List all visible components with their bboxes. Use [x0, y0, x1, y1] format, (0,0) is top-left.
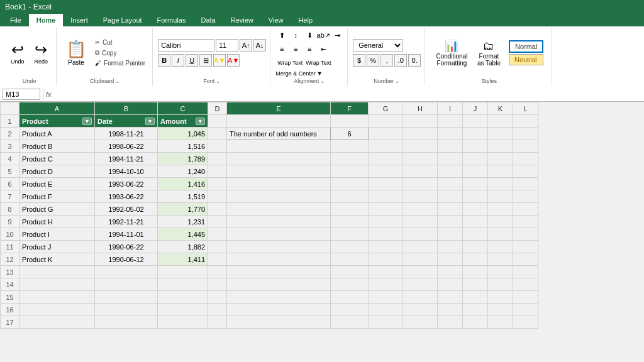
empty-cell[interactable]	[488, 165, 513, 178]
empty-cell[interactable]	[331, 241, 369, 253]
currency-btn[interactable]: $	[353, 54, 365, 67]
copy-button[interactable]: ⧉ Copy	[92, 48, 148, 58]
empty-cell[interactable]	[513, 190, 538, 203]
empty-cell[interactable]	[513, 291, 538, 304]
empty-cell[interactable]	[369, 291, 403, 304]
empty-cell[interactable]	[463, 115, 488, 128]
odd-numbers-label[interactable]: The number of odd numbers	[227, 128, 331, 140]
product-cell[interactable]: Product F	[19, 190, 95, 203]
col-header-b[interactable]: B	[95, 102, 158, 115]
empty-cell[interactable]	[208, 253, 227, 266]
formula-input[interactable]	[54, 90, 641, 98]
empty-cell[interactable]	[438, 115, 463, 128]
empty-cell[interactable]	[208, 140, 227, 153]
amount-cell[interactable]: 1,882	[158, 241, 208, 253]
style-neutral[interactable]: Neutral	[509, 54, 543, 65]
borders-button[interactable]: ⊞	[199, 54, 212, 67]
date-cell[interactable]: 1992-05-02	[95, 203, 158, 216]
empty-cell[interactable]	[463, 241, 488, 253]
right-align-btn[interactable]: ≡	[303, 43, 316, 55]
col-header-l[interactable]: L	[513, 102, 538, 115]
empty-cell[interactable]	[513, 178, 538, 190]
clipboard-expand-icon[interactable]: ⌄	[115, 78, 120, 84]
empty-cell[interactable]	[208, 304, 227, 316]
empty-cell[interactable]	[438, 190, 463, 203]
col-header-g[interactable]: G	[369, 102, 403, 115]
col-header-h[interactable]: H	[403, 102, 438, 115]
sheet-area[interactable]: A B C D E F G H I J K L 1Product▼Date▼Am…	[0, 102, 644, 362]
number-format-select[interactable]: General	[353, 39, 403, 52]
font-name-input[interactable]	[158, 39, 214, 52]
empty-cell[interactable]	[369, 266, 403, 278]
product-cell[interactable]: Product D	[19, 165, 95, 178]
amount-cell[interactable]: 1,416	[158, 178, 208, 190]
empty-cell[interactable]	[331, 266, 369, 278]
empty-cell[interactable]	[331, 278, 369, 291]
empty-cell[interactable]	[369, 165, 403, 178]
font-decrease-btn[interactable]: A↓	[253, 39, 266, 52]
left-align-btn[interactable]: ≡	[275, 43, 288, 55]
text-orient-btn[interactable]: ab↗	[317, 29, 330, 41]
empty-cell[interactable]	[463, 216, 488, 228]
empty-cell[interactable]	[403, 216, 438, 228]
date-cell[interactable]: 1990-06-12	[95, 253, 158, 266]
date-cell[interactable]: 1992-11-21	[95, 216, 158, 228]
tab-insert[interactable]: Insert	[63, 14, 96, 26]
empty-cell[interactable]	[438, 178, 463, 190]
empty-cell[interactable]	[438, 253, 463, 266]
date-cell[interactable]: 1994-11-21	[95, 153, 158, 165]
empty-cell[interactable]	[513, 140, 538, 153]
empty-cell[interactable]	[403, 316, 438, 329]
product-cell[interactable]: Product E	[19, 178, 95, 190]
empty-cell[interactable]	[463, 190, 488, 203]
col-header-i[interactable]: I	[438, 102, 463, 115]
tab-help[interactable]: Help	[291, 14, 320, 26]
empty-cell[interactable]	[463, 203, 488, 216]
empty-cell[interactable]	[488, 278, 513, 291]
empty-cell[interactable]	[331, 190, 369, 203]
empty-cell[interactable]	[488, 266, 513, 278]
empty-cell[interactable]	[488, 128, 513, 140]
top-align-btn[interactable]: ⬆	[275, 29, 288, 41]
empty-cell[interactable]	[513, 165, 538, 178]
empty-cell[interactable]	[488, 253, 513, 266]
empty-cell[interactable]	[331, 291, 369, 304]
empty-cell[interactable]	[463, 291, 488, 304]
empty-cell[interactable]	[463, 266, 488, 278]
empty-cell[interactable]	[488, 190, 513, 203]
empty-cell[interactable]	[369, 228, 403, 241]
bold-button[interactable]: B	[158, 54, 170, 67]
empty-cell[interactable]	[403, 241, 438, 253]
empty-cell[interactable]	[403, 228, 438, 241]
empty-cell[interactable]	[488, 153, 513, 165]
empty-cell[interactable]	[513, 203, 538, 216]
empty-cell[interactable]	[463, 165, 488, 178]
empty-cell[interactable]	[369, 241, 403, 253]
fill-color-button[interactable]: A▼	[213, 54, 226, 67]
empty-cell[interactable]	[227, 216, 331, 228]
amount-cell[interactable]: 1,411	[158, 253, 208, 266]
empty-cell[interactable]	[369, 153, 403, 165]
empty-cell[interactable]	[227, 291, 331, 304]
empty-cell[interactable]	[463, 140, 488, 153]
col-header-c[interactable]: C	[158, 102, 208, 115]
col-header-d[interactable]: D	[208, 102, 227, 115]
empty-cell[interactable]	[488, 140, 513, 153]
format-as-table-btn[interactable]: 🗂 Format as Table	[472, 38, 506, 69]
product-cell[interactable]: Product B	[19, 140, 95, 153]
col-header-f[interactable]: F	[331, 102, 369, 115]
tab-view[interactable]: View	[261, 14, 291, 26]
empty-cell[interactable]	[331, 228, 369, 241]
header-cell-c[interactable]: Amount▼	[158, 115, 208, 128]
undo-button[interactable]: ↩ Undo	[6, 36, 29, 69]
date-cell[interactable]: 1998-06-22	[95, 140, 158, 153]
empty-cell[interactable]	[463, 153, 488, 165]
empty-cell[interactable]	[369, 316, 403, 329]
empty-cell[interactable]	[331, 178, 369, 190]
empty-cell[interactable]	[227, 228, 331, 241]
format-painter-button[interactable]: 🖌 Format Painter	[92, 58, 148, 68]
number-expand-icon[interactable]: ⌄	[395, 78, 400, 84]
empty-cell[interactable]	[208, 316, 227, 329]
col-header-e[interactable]: E	[227, 102, 331, 115]
font-size-input[interactable]	[216, 39, 238, 52]
